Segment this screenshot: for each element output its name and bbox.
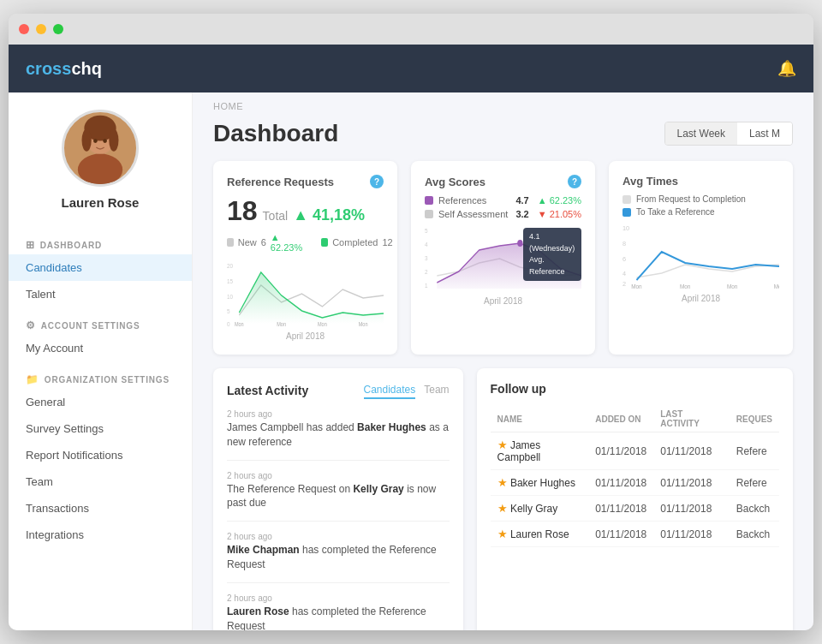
tab-team[interactable]: Team <box>424 382 449 399</box>
followup-last: 01/11/2018 <box>653 432 730 470</box>
followup-added: 01/11/2018 <box>588 432 653 470</box>
svg-point-3 <box>78 154 122 186</box>
title-bar <box>9 14 813 45</box>
activity-item-2: 2 hours ago The Reference Request on Kel… <box>227 471 450 522</box>
last-month-button[interactable]: Last M <box>737 122 792 145</box>
followup-last: 01/11/2018 <box>653 470 730 496</box>
avg-times-legend: From Request to Completion To Take a Ref… <box>622 194 779 217</box>
activity-tabs: Candidates Team <box>364 382 450 399</box>
nav-section-dashboard: ⊞ DASHBOARD <box>9 227 192 254</box>
svg-text:8: 8 <box>622 240 626 247</box>
bottom-section: Latest Activity Candidates Team 2 hours … <box>193 368 813 630</box>
star-icon[interactable]: ★ <box>497 476 508 489</box>
sidebar-item-integrations[interactable]: Integrations <box>9 522 192 548</box>
star-icon[interactable]: ★ <box>497 502 508 515</box>
svg-text:6: 6 <box>622 255 626 263</box>
self-legend-dot <box>425 210 433 218</box>
followup-req: Refere <box>730 470 779 496</box>
table-row: ★ Baker Hughes 01/11/2018 01/11/2018 Ref… <box>491 470 779 496</box>
avg-scores-card: Avg Scores ? References 4.7 ▲ 62.23% <box>411 161 595 355</box>
logo-chq: chq <box>71 59 102 78</box>
sidebar-item-general[interactable]: General <box>9 389 192 415</box>
followup-last: 01/11/2018 <box>653 496 730 522</box>
table-row: ★ Kelly Gray 01/11/2018 01/11/2018 Backc… <box>491 496 779 522</box>
svg-text:3: 3 <box>425 253 428 262</box>
dashboard-section-icon: ⊞ <box>26 239 35 251</box>
followup-added: 01/11/2018 <box>588 496 653 522</box>
followup-name[interactable]: Kelly Gray <box>510 503 557 515</box>
col-name: NAME <box>491 406 589 432</box>
followup-name[interactable]: Lauren Rose <box>510 528 569 540</box>
completed-stat-dot <box>321 238 328 247</box>
sidebar-item-talent[interactable]: Talent <box>9 281 192 307</box>
ref-requests-percent: ▲ 41,18% <box>293 206 365 224</box>
avg-times-x-label: April 2018 <box>622 294 779 303</box>
new-stat-dot <box>227 238 234 247</box>
table-row: ★ Lauren Rose 01/11/2018 01/11/2018 Back… <box>491 522 779 547</box>
to-take-legend-dot <box>622 208 631 217</box>
maximize-button[interactable] <box>53 24 63 34</box>
ref-requests-value: 18 Total ▲ 41,18% <box>227 195 384 227</box>
followup-req: Backch <box>730 496 779 522</box>
close-button[interactable] <box>19 24 29 34</box>
svg-text:20: 20 <box>227 261 233 270</box>
org-section-icon: 📁 <box>26 373 39 385</box>
svg-marker-25 <box>437 243 581 289</box>
sidebar-item-candidates[interactable]: Candidates <box>9 254 192 281</box>
ref-requests-title: Reference Requests <box>227 176 334 188</box>
avg-times-chart: 10 8 6 4 2 Mon Mon Mon Mon <box>622 222 779 290</box>
followup-req: Refere <box>730 432 779 470</box>
self-pct: ▼ 21.05% <box>538 209 581 219</box>
svg-text:5: 5 <box>227 307 230 315</box>
notifications-icon[interactable]: 🔔 <box>777 59 796 78</box>
table-row: ★ James Campbell 01/11/2018 01/11/2018 R… <box>491 432 779 470</box>
activity-item-4: 2 hours ago Lauren Rose has completed th… <box>227 593 450 630</box>
svg-text:1: 1 <box>425 281 428 289</box>
app-logo: crosschq <box>26 59 102 79</box>
followup-last: 01/11/2018 <box>653 522 730 547</box>
latest-activity-card: Latest Activity Candidates Team 2 hours … <box>213 368 463 630</box>
svg-point-9 <box>103 139 107 143</box>
star-icon[interactable]: ★ <box>497 528 508 540</box>
col-request: REQUES <box>730 406 779 432</box>
last-week-button[interactable]: Last Week <box>665 122 737 145</box>
sidebar-item-survey[interactable]: Survey Settings <box>9 415 192 442</box>
svg-text:Mon: Mon <box>631 283 642 289</box>
svg-text:15: 15 <box>227 277 233 285</box>
content-area: HOME Dashboard Last Week Last M Referenc… <box>193 92 813 630</box>
avg-scores-help-icon[interactable]: ? <box>568 175 581 188</box>
ref-requests-chart: 20 15 10 5 0 Mon Mon <box>227 259 384 328</box>
avg-times-title: Avg Times <box>622 175 678 188</box>
svg-text:Mon: Mon <box>235 320 244 327</box>
time-filter: Last Week Last M <box>664 122 794 146</box>
avg-scores-legend: References 4.7 ▲ 62.23% Self Assessment … <box>425 195 581 219</box>
latest-activity-title: Latest Activity <box>227 384 308 397</box>
col-last-activity: LAST ACTIVITY <box>653 406 730 432</box>
col-added-on: ADDED ON <box>588 406 653 432</box>
svg-point-8 <box>93 139 98 143</box>
page-title: Dashboard <box>213 120 338 147</box>
followup-title: Follow up <box>491 382 546 396</box>
minimize-button[interactable] <box>36 24 46 34</box>
logo-cross: cross <box>26 59 71 78</box>
svg-point-6 <box>82 129 92 152</box>
followup-table: NAME ADDED ON LAST ACTIVITY REQUES ★ Jam… <box>491 406 779 547</box>
ref-requests-help-icon[interactable]: ? <box>370 175 384 188</box>
followup-name[interactable]: Baker Hughes <box>510 477 575 489</box>
sidebar-item-report-notifications[interactable]: Report Notifications <box>9 442 192 468</box>
from-request-legend-dot <box>622 195 631 204</box>
sidebar-item-transactions[interactable]: Transactions <box>9 495 192 522</box>
references-legend-dot <box>425 196 433 205</box>
svg-point-26 <box>517 240 522 247</box>
sidebar-item-team[interactable]: Team <box>9 468 192 495</box>
ref-chart-x-label: April 2018 <box>227 331 384 341</box>
tab-candidates[interactable]: Candidates <box>364 382 416 399</box>
references-pct: ▲ 62.23% <box>538 195 581 206</box>
svg-text:Mon: Mon <box>359 320 368 327</box>
nav-section-account: ⚙ ACCOUNT SETTINGS <box>9 307 192 335</box>
star-icon[interactable]: ★ <box>497 438 508 451</box>
nav-section-org: 📁 ORGANIZATION SETTINGS <box>9 361 192 389</box>
sidebar-item-my-account[interactable]: My Account <box>9 335 192 361</box>
svg-text:Mon: Mon <box>727 283 738 289</box>
avg-scores-chart: 5 4 3 2 1 <box>425 224 581 293</box>
